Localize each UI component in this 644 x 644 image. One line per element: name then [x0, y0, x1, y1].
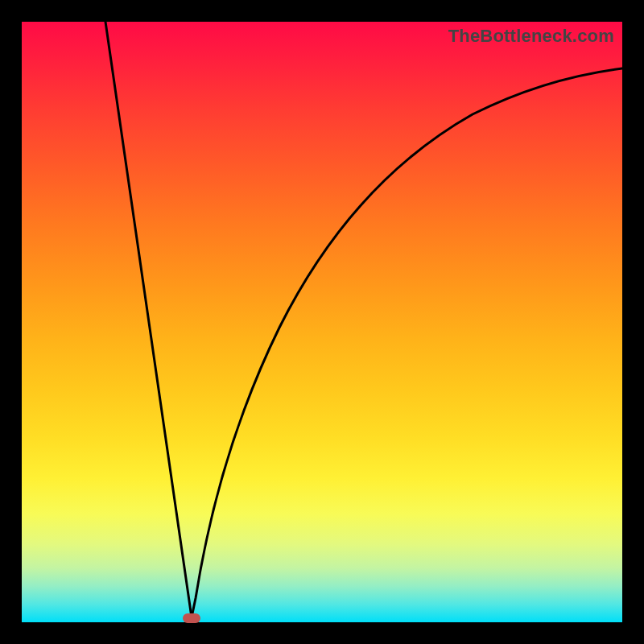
curve-left-segment: [105, 22, 192, 617]
optimal-marker: [183, 613, 200, 623]
chart-frame: TheBottleneck.com: [22, 22, 622, 622]
bottleneck-curve: [22, 22, 622, 622]
curve-right-segment: [192, 68, 622, 617]
watermark-text: TheBottleneck.com: [448, 26, 614, 47]
